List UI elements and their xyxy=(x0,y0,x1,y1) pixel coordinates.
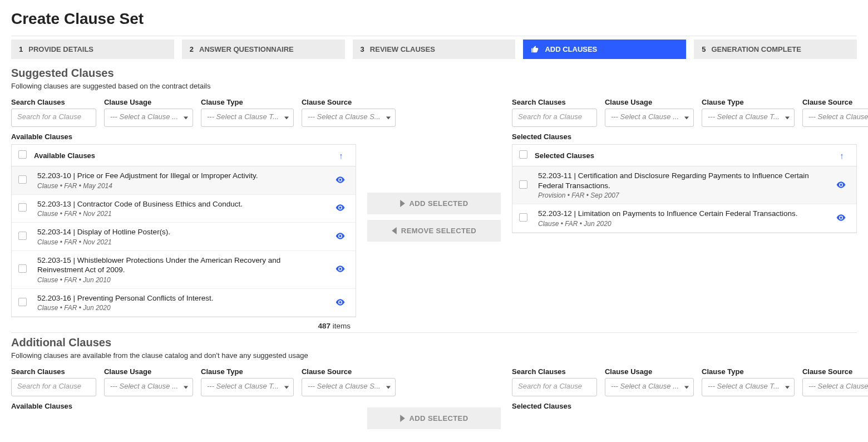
select-placeholder: --- Select a Clause ... xyxy=(611,382,679,390)
filter-search: Search Clauses Search for a Clause xyxy=(11,367,96,396)
table-row[interactable]: 52.203-12 | Limitation on Payments to In… xyxy=(512,204,856,233)
table-row[interactable]: 52.203-10 | Price or Fee Adjustment for … xyxy=(12,166,356,195)
step-answer-questionnaire[interactable]: 2 ANSWER QUESTIONNAIRE xyxy=(182,40,345,59)
table-row[interactable]: 52.203-15 | Whistleblower Protections Un… xyxy=(12,251,356,289)
row-checkbox[interactable] xyxy=(18,203,34,213)
selected-table: Selected Clauses ↑ 52.203-11 | Certifica… xyxy=(512,144,857,233)
row-checkbox[interactable] xyxy=(519,180,535,190)
filter-type: Clause Type --- Select a Clause T... xyxy=(201,367,294,396)
source-select[interactable]: --- Select a Clause S... xyxy=(802,109,868,127)
table-header: Selected Clauses ↑ xyxy=(512,145,856,166)
suggested-title: Suggested Clauses xyxy=(11,67,857,80)
clause-meta: Clause • FAR • May 2014 xyxy=(37,182,328,190)
additional-available-pane: Search Clauses Search for a Clause Claus… xyxy=(11,367,356,414)
clause-meta: Clause • FAR • Nov 2021 xyxy=(37,238,328,246)
filter-usage: Clause Usage --- Select a Clause ... xyxy=(104,98,193,127)
column-header[interactable]: Selected Clauses xyxy=(535,151,834,160)
select-placeholder: --- Select a Clause S... xyxy=(808,382,868,390)
type-select[interactable]: --- Select a Clause T... xyxy=(201,109,294,127)
view-icon[interactable] xyxy=(832,214,850,223)
source-label: Clause Source xyxy=(802,98,868,106)
selected-label: Selected Clauses xyxy=(512,132,857,141)
row-checkbox[interactable] xyxy=(18,264,34,274)
select-placeholder: --- Select a Clause S... xyxy=(808,112,868,121)
search-input[interactable]: Search for a Clause xyxy=(512,378,597,396)
usage-select[interactable]: --- Select a Clause ... xyxy=(605,109,694,127)
caret-down-icon xyxy=(386,386,391,389)
table-row[interactable]: 52.203-16 | Preventing Personal Conflict… xyxy=(12,289,356,317)
row-checkbox[interactable] xyxy=(18,232,34,242)
source-select[interactable]: --- Select a Clause S... xyxy=(302,109,396,127)
usage-select[interactable]: --- Select a Clause ... xyxy=(104,109,193,127)
filter-source: Clause Source --- Select a Clause S... xyxy=(802,367,868,396)
suggested-available-pane: Search Clauses Search for a Clause Claus… xyxy=(11,98,356,332)
available-table: Available Clauses ↑ 52.203-10 | Price or… xyxy=(11,144,356,317)
chevron-right-icon xyxy=(400,415,405,422)
additional-title: Additional Clauses xyxy=(11,336,857,349)
add-selected-button[interactable]: ADD SELECTED xyxy=(367,407,501,429)
filters-right: Search Clauses Search for a Clause Claus… xyxy=(512,367,857,396)
caret-down-icon xyxy=(184,116,188,119)
items-count-number: 487 xyxy=(318,322,331,330)
add-selected-button[interactable]: ADD SELECTED xyxy=(367,193,501,214)
caret-down-icon xyxy=(284,116,289,119)
selected-label: Selected Clauses xyxy=(512,402,857,410)
step-provide-details[interactable]: 1 PROVIDE DETAILS xyxy=(11,40,174,59)
search-input[interactable]: Search for a Clause xyxy=(11,378,96,396)
type-select[interactable]: --- Select a Clause T... xyxy=(702,109,795,127)
usage-select[interactable]: --- Select a Clause ... xyxy=(104,378,193,396)
step-generation-complete[interactable]: 5 GENERATION COMPLETE xyxy=(694,40,857,59)
available-label: Available Clauses xyxy=(11,402,356,410)
view-icon[interactable] xyxy=(331,176,349,185)
caret-down-icon xyxy=(284,386,289,389)
view-icon[interactable] xyxy=(331,232,349,241)
source-select[interactable]: --- Select a Clause S... xyxy=(302,378,396,396)
select-placeholder: --- Select a Clause ... xyxy=(611,112,679,121)
select-placeholder: --- Select a Clause S... xyxy=(308,382,381,390)
filter-search: Search Clauses Search for a Clause xyxy=(512,367,597,396)
type-select[interactable]: --- Select a Clause T... xyxy=(702,378,795,396)
usage-label: Clause Usage xyxy=(605,98,694,106)
search-input[interactable]: Search for a Clause xyxy=(512,109,597,127)
view-icon[interactable] xyxy=(832,181,850,190)
usage-select[interactable]: --- Select a Clause ... xyxy=(605,378,694,396)
clause-title: 52.203-12 | Limitation on Payments to In… xyxy=(538,209,828,219)
filters-right: Search Clauses Search for a Clause Claus… xyxy=(512,98,857,127)
search-label: Search Clauses xyxy=(512,367,597,376)
thumbs-up-icon xyxy=(531,45,539,53)
type-label: Clause Type xyxy=(702,98,795,106)
remove-selected-button[interactable]: REMOVE SELECTED xyxy=(367,220,501,242)
usage-label: Clause Usage xyxy=(104,98,193,106)
select-placeholder: --- Select a Clause T... xyxy=(708,382,780,390)
clause-meta: Clause • FAR • Jun 2020 xyxy=(538,220,828,228)
sort-asc-icon[interactable]: ↑ xyxy=(333,151,349,160)
source-select[interactable]: --- Select a Clause S... xyxy=(802,378,868,396)
clause-title: 52.203-14 | Display of Hotline Poster(s)… xyxy=(37,227,328,237)
available-tbody[interactable]: 52.203-10 | Price or Fee Adjustment for … xyxy=(12,166,356,317)
clause-title: 52.203-15 | Whistleblower Protections Un… xyxy=(37,256,328,275)
view-icon[interactable] xyxy=(331,204,349,213)
view-icon[interactable] xyxy=(331,265,349,274)
type-select[interactable]: --- Select a Clause T... xyxy=(201,378,294,396)
step-review-clauses[interactable]: 3 REVIEW CLAUSES xyxy=(353,40,516,59)
table-row[interactable]: 52.203-11 | Certification and Disclosure… xyxy=(512,166,856,204)
search-input[interactable]: Search for a Clause xyxy=(11,109,96,127)
sort-asc-icon[interactable]: ↑ xyxy=(834,151,850,160)
column-header[interactable]: Available Clauses xyxy=(34,151,333,160)
items-count: 487 items xyxy=(11,317,356,332)
step-add-clauses[interactable]: ADD CLAUSES xyxy=(523,40,686,59)
table-row[interactable]: 52.203-13 | Contractor Code of Business … xyxy=(12,195,356,223)
page-title: Create Clause Set xyxy=(11,10,857,28)
view-icon[interactable] xyxy=(331,298,349,307)
step-label: PROVIDE DETAILS xyxy=(28,45,93,53)
table-row[interactable]: 52.203-14 | Display of Hotline Poster(s)… xyxy=(12,223,356,251)
row-checkbox[interactable] xyxy=(18,298,34,308)
select-all-checkbox[interactable] xyxy=(519,150,535,160)
row-checkbox[interactable] xyxy=(519,213,535,223)
clause-title: 52.203-13 | Contractor Code of Business … xyxy=(37,199,328,209)
select-placeholder: --- Select a Clause ... xyxy=(110,112,178,121)
clause-title: 52.203-16 | Preventing Personal Conflict… xyxy=(37,293,328,303)
row-checkbox[interactable] xyxy=(18,175,34,185)
search-label: Search Clauses xyxy=(11,98,96,106)
select-all-checkbox[interactable] xyxy=(18,150,34,160)
